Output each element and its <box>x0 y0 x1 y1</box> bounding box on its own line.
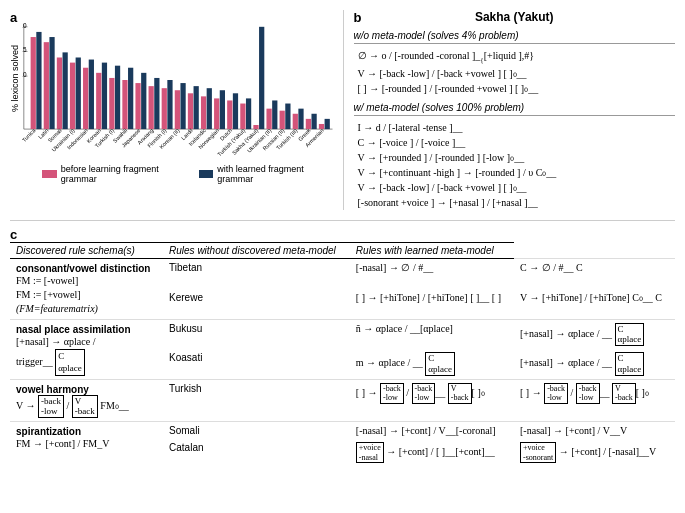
svg-rect-57 <box>246 98 251 129</box>
schema-npa: [+nasal] → αplace / trigger__ Cαplace <box>16 335 157 376</box>
svg-rect-20 <box>83 68 88 129</box>
svg-rect-69 <box>298 109 303 129</box>
sp-somali-without: [‑nasal] → [+cont] / V__[‑coronal] <box>350 422 514 440</box>
svg-rect-75 <box>325 119 330 129</box>
panel-c: c Discovered rule schema(s) Rules withou… <box>10 220 675 467</box>
rule-b2-3: V → [+rounded ] / [‑rounded ] [‑low ]₀__ <box>358 150 676 165</box>
cvd-kerewe-lang: Kerewe <box>163 289 350 320</box>
svg-rect-63 <box>272 100 277 129</box>
svg-rect-66 <box>285 104 290 130</box>
sp-somali-lang: Somali <box>163 422 350 440</box>
svg-rect-35 <box>149 86 154 129</box>
svg-rect-42 <box>180 83 185 129</box>
svg-rect-23 <box>96 73 101 129</box>
schema-sp: FM → [+cont] / FM_V <box>16 437 157 451</box>
legend-before: before learning fragment grammar <box>42 164 187 184</box>
legend-after-label: with learned fragment grammar <box>217 164 332 184</box>
rule-b2-2: C → [‑voice ] / [‑voice ]__ <box>358 135 676 150</box>
svg-rect-30 <box>128 68 133 129</box>
legend-after-color <box>199 170 214 178</box>
cvd-kerewe-with: V → [+hiTone] / [+hiTone] C₀__ C <box>514 289 675 320</box>
cvd-tibetan-without: [‑nasal] → ∅ / #__ <box>350 258 514 289</box>
main-layout: a % lexicon solved 1.0 0.5 0.0 <box>10 10 675 466</box>
section2-header: w/ meta-model (solves 100% problem) <box>354 102 676 116</box>
rule-b2-1: I → d / [‑lateral ‑tense ]__ <box>358 120 676 135</box>
panel-b-title: Sakha (Yakut) <box>354 10 676 24</box>
svg-rect-12 <box>49 37 54 129</box>
svg-rect-56 <box>240 104 245 130</box>
rule-b1-3: [ ] → [‑rounded ] / [‑rounded +vowel ] [… <box>358 81 676 96</box>
panel-b-label: b <box>354 10 362 25</box>
cvd-tibetan-with: C → ∅ / #__ C <box>514 258 675 289</box>
section-vh-label: vowel harmony <box>16 384 157 395</box>
table-c: Discovered rule schema(s) Rules without … <box>10 242 675 467</box>
svg-rect-11 <box>44 42 49 129</box>
svg-rect-65 <box>280 111 285 129</box>
vh-turkish-with: [ ] → -back-low / -back-low__ V-back[ ]₀ <box>514 379 675 422</box>
svg-rect-27 <box>115 66 120 129</box>
rule-b2-5: V → [‑back ‑low] / [‑back +vowel ] [ ]₀_… <box>358 180 676 195</box>
legend-before-label: before learning fragment grammar <box>61 164 187 184</box>
sp-catalan-without: +voice-nasal → [+cont] / [ ]__[+cont]__ <box>350 439 514 466</box>
panel-c-label: c <box>10 227 17 242</box>
svg-rect-68 <box>293 114 298 129</box>
svg-rect-54 <box>233 93 238 129</box>
section-vh: vowel harmony V → -back-low / V-back FM₀… <box>10 379 675 422</box>
svg-rect-21 <box>89 60 94 130</box>
svg-rect-17 <box>70 63 75 129</box>
schema-cvd: FM := [‑vowel] FM := [+vowel] (FM=featur… <box>16 274 157 316</box>
npa-bukusu-with: [+nasal] → αplace / __ Cαplace <box>514 319 675 349</box>
npa-bukusu-without: ñ → αplace / __[αplace] <box>350 319 514 349</box>
section-npa-label: nasal place assimilation <box>16 324 157 335</box>
svg-rect-32 <box>135 83 140 129</box>
chart-legend: before learning fragment grammar with le… <box>42 164 333 184</box>
svg-rect-29 <box>122 80 127 129</box>
schema-vh: V → -back-low / V-back FM₀__ <box>16 395 157 419</box>
svg-text:0.5: 0.5 <box>22 46 27 53</box>
svg-rect-18 <box>76 57 81 129</box>
svg-rect-44 <box>188 93 193 129</box>
col-header-without: Rules without discovered meta-model <box>163 242 350 258</box>
svg-rect-62 <box>266 109 271 129</box>
panel-a: a % lexicon solved 1.0 0.5 0.0 <box>10 10 343 210</box>
rule-b2-6: [‑sonorant +voice ] → [+nasal ] / [+nasa… <box>358 195 676 210</box>
svg-rect-60 <box>259 27 264 129</box>
svg-rect-38 <box>162 88 167 129</box>
legend-before-color <box>42 170 57 178</box>
table-header-row: Discovered rule schema(s) Rules without … <box>10 242 675 258</box>
svg-rect-51 <box>220 90 225 129</box>
y-axis-label: % lexicon solved <box>10 18 20 138</box>
svg-rect-48 <box>207 88 212 129</box>
cvd-kerewe-without: [ ] → [+hiTone] / [+hiTone] [ ]__ [ ] <box>350 289 514 320</box>
sp-catalan-lang: Catalan <box>163 439 350 466</box>
section-cvd: consonant/vowel distinction FM := [‑vowe… <box>10 258 675 289</box>
svg-rect-9 <box>36 32 41 129</box>
section-sp: spirantization FM → [+cont] / FM_V Somal… <box>10 422 675 440</box>
svg-rect-39 <box>167 80 172 129</box>
svg-rect-47 <box>201 96 206 129</box>
rule-b1-2: V → [‑back ‑low] / [‑back +vowel ] [ ]₀_… <box>358 66 676 81</box>
vh-turkish-without: [ ] → -back-low / -back-low__ V-back[ ]₀ <box>350 379 514 422</box>
col-header-schema: Discovered rule schema(s) <box>10 242 163 258</box>
vh-turkish-lang: Turkish <box>163 379 350 422</box>
npa-koasati-with: [+nasal] → αplace / __ Cαplace <box>514 349 675 379</box>
svg-text:1.0: 1.0 <box>22 22 27 29</box>
section-cvd-label: consonant/vowel distinction <box>16 263 157 274</box>
cvd-tibetan-lang: Tibetan <box>163 258 350 289</box>
svg-rect-15 <box>63 52 68 129</box>
legend-after: with learned fragment grammar <box>199 164 333 184</box>
panel-b: b Sakha (Yakut) w/o meta-model (solves 4… <box>343 10 676 210</box>
sp-somali-with: [‑nasal] → [+cont] / V__V <box>514 422 675 440</box>
svg-rect-8 <box>31 37 36 129</box>
col-header-with: Rules with learned meta-model <box>350 242 514 258</box>
svg-text:0.0: 0.0 <box>22 71 27 78</box>
npa-bukusu-lang: Bukusu <box>163 319 350 349</box>
svg-rect-36 <box>154 78 159 129</box>
svg-rect-24 <box>102 63 107 129</box>
svg-rect-72 <box>311 114 316 129</box>
svg-rect-14 <box>57 57 62 129</box>
section-npa: nasal place assimilation [+nasal] → αpla… <box>10 319 675 349</box>
svg-rect-50 <box>214 98 219 129</box>
svg-rect-45 <box>194 86 199 129</box>
bar-chart: 1.0 0.5 0.0 TunicaLatinSomaliUkrainian (… <box>22 18 333 158</box>
